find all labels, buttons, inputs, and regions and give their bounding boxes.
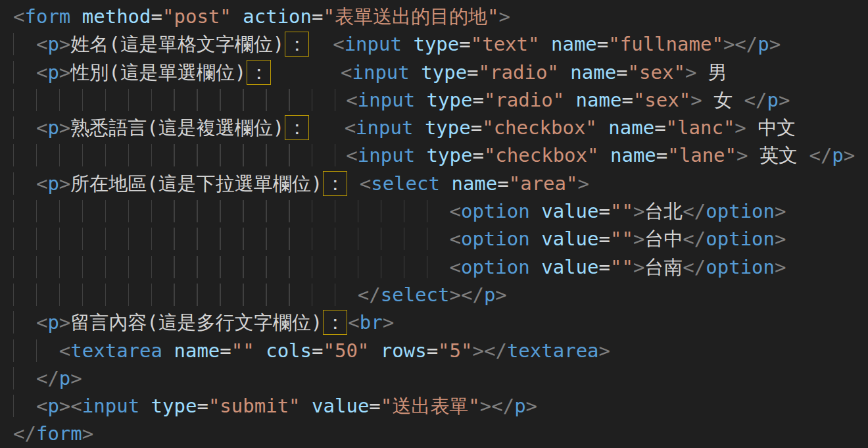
punctuation-token: > [599,339,610,362]
text-token: 姓名(這是單格文字欄位) [70,33,284,55]
text-token [415,89,426,111]
code-line[interactable]: </select></p> [13,281,868,309]
unicode-highlight-box: ： [323,171,347,196]
string-token: "表單送出的目的地" [323,5,498,28]
tag-token: form [36,422,82,445]
punctuation-token: </ [13,422,36,445]
code-line[interactable]: </form> [13,420,868,447]
code-line[interactable]: <form method="post" action="表單送出的目的地"> [13,3,868,30]
string-token: "submit" [208,395,301,417]
equals-token: = [621,89,633,111]
code-line[interactable]: <p>留言內容(這是多行文字欄位)：<br> [13,309,868,336]
equals-token: = [312,5,323,28]
equals-token: = [472,89,483,111]
punctuation-token: < [333,33,344,55]
text-token [415,144,426,166]
code-line[interactable]: <p>熟悉語言(這是複選欄位)： <input type="checkbox" … [13,114,868,141]
punctuation-token: > [495,284,506,306]
code-line[interactable]: <p><input type="submit" value="送出表單"></p… [13,392,868,420]
punctuation-token: </ [491,395,514,417]
attribute-token: type [427,144,473,166]
text-token: 台南 [644,256,683,278]
code-line[interactable]: <p>姓名(這是單格文字欄位)： <input type="text" name… [13,30,868,58]
tag-token: p [47,395,59,417]
text-token: 英文 [748,144,809,166]
string-token: "" [610,200,633,222]
tag-token: input [356,116,413,139]
equals-token: = [616,61,627,84]
code-line[interactable]: <textarea name="" cols="50" rows="5"></t… [13,337,868,364]
punctuation-token: > [633,228,644,250]
text-token [440,172,451,195]
tag-token: p [484,284,495,306]
text-token [402,33,413,55]
punctuation-token: < [345,116,356,139]
text-token [231,5,243,28]
indent-guides [13,116,36,139]
punctuation-token: < [36,395,47,417]
punctuation-token: < [449,256,460,278]
string-token: "5" [438,339,472,362]
text-token [369,339,380,362]
punctuation-token: < [13,5,24,28]
attribute-token: type [427,89,473,111]
punctuation-token: </ [484,339,507,362]
punctuation-token: < [70,395,82,417]
code-line[interactable]: <option value="">台北</option> [13,197,868,225]
code-line[interactable]: <option value="">台中</option> [13,225,868,253]
code-editor[interactable]: <form method="post" action="表單送出的目的地"> <… [0,0,868,448]
tag-token: textarea [70,339,162,362]
code-line[interactable]: <p>性別(這是單選欄位)： <input type="radio" name=… [13,59,868,86]
indent-guides [13,395,36,417]
code-line[interactable]: <input type="checkbox" name="lane"> 英文 <… [13,141,868,169]
equals-token: = [151,5,162,28]
text-token [139,395,151,417]
punctuation-token: > [82,422,93,445]
text-token [540,33,551,55]
punctuation-token: < [449,200,460,222]
text-token [597,116,608,139]
code-line[interactable]: <option value="">台南</option> [13,253,868,281]
attribute-token: type [151,395,197,417]
text-token: 留言內容(這是多行文字欄位) [70,311,322,334]
attribute-token: name [451,172,497,195]
text-token: 熟悉語言(這是複選欄位) [70,116,284,139]
text-token [559,61,570,84]
code-line[interactable]: <p>所在地區(這是下拉選單欄位)： <select name="area"> [13,170,868,197]
string-token: "" [610,256,633,278]
string-token: "sex" [628,61,685,84]
tag-token: option [461,200,530,222]
attribute-token: value [541,200,598,222]
tag-token: p [832,144,843,166]
punctuation-token: > [59,33,70,55]
tag-token: p [767,89,779,111]
code-line[interactable]: <input type="radio" name="sex"> 女 </p> [13,86,868,114]
string-token: "radio" [484,89,564,111]
tag-token: input [82,395,139,417]
attribute-token: name [570,61,616,84]
indent-guides [13,61,36,84]
text-token [530,228,541,250]
text-token: 所在地區(這是下拉選單欄位) [70,172,322,195]
punctuation-token: </ [809,144,832,166]
punctuation-token: > [633,200,644,222]
equals-token: = [369,395,380,417]
indent-guides [13,200,449,222]
indent-guides [13,284,358,306]
indent-guides [13,311,36,334]
text-token [310,116,344,139]
indent-guides [13,33,36,55]
punctuation-token: < [449,228,460,250]
code-line[interactable]: </p> [13,364,868,392]
punctuation-token: > [779,89,790,111]
indent-guides [13,172,36,195]
string-token: "post" [162,5,231,28]
tag-token: option [461,228,530,250]
text-token: 性別(這是單選欄位) [70,61,246,84]
punctuation-token: > [59,395,70,417]
punctuation-token: > [70,367,82,389]
string-token: "checkbox" [482,116,597,139]
punctuation-token: < [346,144,357,166]
text-token [254,339,266,362]
punctuation-token: > [685,61,696,84]
